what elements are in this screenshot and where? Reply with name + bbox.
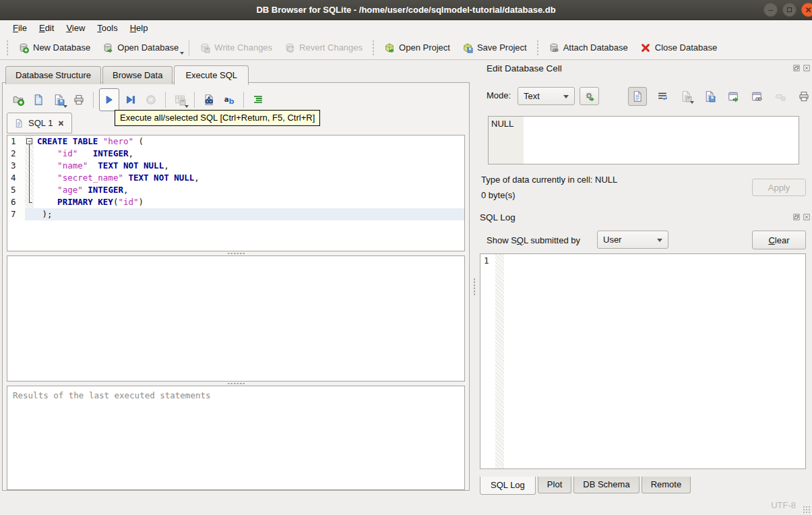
editor-line-4[interactable]: 4 "secret_name" TEXT NOT NULL, — [7, 172, 464, 184]
fold-collapse-icon — [26, 138, 32, 144]
db-attach-icon — [549, 42, 559, 53]
fold-margin[interactable] — [25, 135, 34, 148]
tab-browse-data[interactable]: Browse Data — [102, 66, 173, 84]
tab-execute-sql[interactable]: Execute SQL — [174, 65, 249, 85]
dropdown-caret-icon — [690, 101, 694, 104]
fold-margin — [25, 208, 34, 220]
cell-type-info: Type of data currently in cell: NULL — [481, 175, 617, 185]
clear-log-button[interactable]: Clear — [752, 231, 806, 249]
text-mode-toggle[interactable] — [628, 87, 647, 106]
editor-line-2[interactable]: 2 "id" INTEGER, — [7, 148, 464, 160]
stop-execution-button[interactable] — [142, 91, 160, 109]
open-project-button[interactable]: Open Project — [378, 39, 456, 57]
tab-database-structure[interactable]: Database Structure — [5, 66, 101, 84]
export-cell-button[interactable] — [701, 88, 718, 104]
menu-view[interactable]: View — [60, 21, 91, 35]
print-icon — [73, 94, 85, 106]
menu-help[interactable]: Help — [124, 21, 154, 35]
float-panel-icon[interactable] — [792, 213, 801, 221]
sql-code-editor[interactable]: 1CREATE TABLE "hero" (2 "id" INTEGER,3 "… — [7, 135, 465, 251]
toolbar-separator — [93, 92, 94, 108]
find-replace-button[interactable] — [220, 91, 238, 109]
find-button[interactable] — [200, 91, 218, 109]
open-database-button-label: Open Database — [117, 42, 179, 53]
copy-cell-link-button[interactable] — [749, 88, 765, 104]
import-cell-button[interactable] — [678, 88, 694, 104]
edit-cell-title: Edit Database Cell — [487, 63, 562, 73]
title-bar: DB Browser for SQLite - /home/user/code/… — [0, 0, 812, 20]
code-text: "name" TEXT NOT NULL, — [34, 160, 464, 172]
export-cell-icon — [704, 90, 716, 102]
write-changes-button[interactable]: Write Changes — [193, 39, 278, 57]
open-external-icon — [727, 90, 739, 102]
sql-log-dock-buttons — [792, 213, 811, 221]
mode-select[interactable]: Text — [518, 87, 575, 105]
word-wrap-toggle[interactable] — [654, 88, 670, 104]
save-project-button[interactable]: Save Project — [456, 39, 533, 57]
fold-margin — [25, 160, 34, 172]
menu-file[interactable]: File — [7, 21, 33, 35]
editor-line-7[interactable]: 7 ); — [7, 208, 464, 220]
mode-label: Mode: — [487, 90, 511, 100]
sql-log-filter-label: Show SQL submitted by — [487, 235, 580, 245]
apply-button-label: Apply — [768, 183, 790, 193]
execute-all-button[interactable] — [99, 88, 119, 111]
sql-log-filter-select[interactable]: User — [597, 231, 668, 249]
close-button[interactable]: ✕ — [801, 3, 812, 17]
open-database-button[interactable]: Open Database — [96, 39, 185, 57]
tab-remote[interactable]: Remote — [642, 477, 691, 493]
tab-plot[interactable]: Plot — [538, 477, 571, 493]
dropdown-caret-icon — [63, 105, 67, 108]
sql-editor-tab[interactable]: SQL 1 — [7, 113, 72, 133]
set-null-button[interactable] — [772, 88, 788, 104]
format-sql-button[interactable] — [249, 91, 267, 109]
close-panel-icon[interactable] — [803, 213, 811, 221]
cell-value-editor[interactable]: NULL — [488, 116, 799, 164]
new-database-button[interactable]: New Database — [12, 39, 96, 57]
toolbar-handle — [371, 40, 375, 55]
revert-changes-button[interactable]: Revert Changes — [278, 39, 369, 57]
maximize-button[interactable] — [782, 3, 797, 17]
tab-db-schema[interactable]: DB Schema — [573, 477, 639, 493]
sql-log-filter-value: User — [603, 235, 621, 245]
fold-margin — [25, 148, 34, 160]
menu-tools[interactable]: Tools — [91, 21, 123, 35]
save-sql-file-button[interactable] — [50, 91, 67, 109]
editor-line-1[interactable]: 1CREATE TABLE "hero" ( — [7, 135, 464, 148]
print-cell-button[interactable] — [796, 88, 812, 104]
editor-line-6[interactable]: 6 PRIMARY KEY("id") — [7, 196, 464, 208]
close-database-button[interactable]: Close Database — [634, 39, 724, 57]
sql-log-view[interactable]: 1 — [480, 253, 806, 469]
float-panel-icon[interactable] — [792, 64, 801, 72]
attach-database-button[interactable]: Attach Database — [542, 39, 634, 57]
close-database-button-label: Close Database — [655, 42, 718, 53]
save-sql-file-icon — [53, 94, 65, 106]
print-sql-button[interactable] — [70, 91, 88, 109]
window-title: DB Browser for SQLite - /home/user/code/… — [256, 5, 555, 15]
editor-line-3[interactable]: 3 "name" TEXT NOT NULL, — [7, 160, 464, 172]
menu-edit[interactable]: Edit — [33, 21, 60, 35]
project-open-icon — [384, 42, 395, 53]
close-panel-icon[interactable] — [803, 64, 811, 72]
editor-line-5[interactable]: 5 "age" INTEGER, — [7, 184, 464, 196]
sql-log-title: SQL Log — [480, 212, 516, 222]
execute-sql-tooltip: Execute all/selected SQL [Ctrl+Return, F… — [115, 110, 320, 126]
tab-sql-log[interactable]: SQL Log — [480, 477, 536, 495]
line-number: 4 — [7, 172, 25, 184]
open-sql-file-button[interactable] — [30, 91, 47, 109]
new-sql-tab-button[interactable] — [9, 91, 27, 109]
code-text: "id" INTEGER, — [34, 148, 464, 160]
save-results-button[interactable] — [171, 91, 189, 109]
code-text: "secret_name" TEXT NOT NULL, — [34, 172, 464, 184]
minimize-button[interactable]: – — [763, 3, 778, 17]
sql-file-icon — [14, 119, 24, 128]
close-sql-tab-icon[interactable] — [57, 119, 65, 127]
toolbar-handle — [536, 40, 540, 55]
import-settings-button[interactable] — [580, 87, 599, 105]
splitter-main-dock[interactable] — [471, 82, 478, 491]
apply-button[interactable]: Apply — [752, 179, 806, 196]
encoding-indicator: UTF-8 — [771, 500, 796, 510]
open-external-button[interactable] — [725, 88, 741, 104]
execute-line-button[interactable] — [122, 91, 139, 109]
resize-grip[interactable] — [803, 506, 811, 514]
